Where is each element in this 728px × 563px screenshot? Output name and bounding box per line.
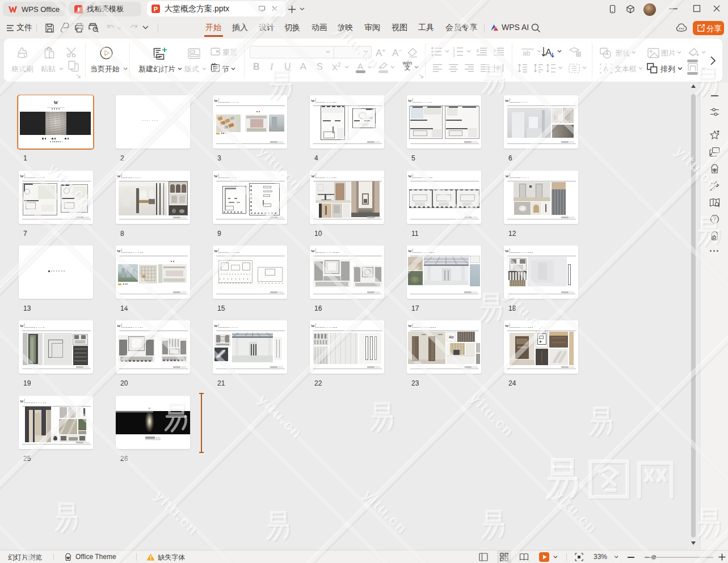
svg-text:ab: ab [523, 49, 531, 56]
svg-text:A: A [545, 47, 552, 58]
svg-text:P: P [154, 6, 158, 12]
svg-text:A: A [604, 65, 608, 73]
svg-text:3: 3 [453, 53, 455, 57]
